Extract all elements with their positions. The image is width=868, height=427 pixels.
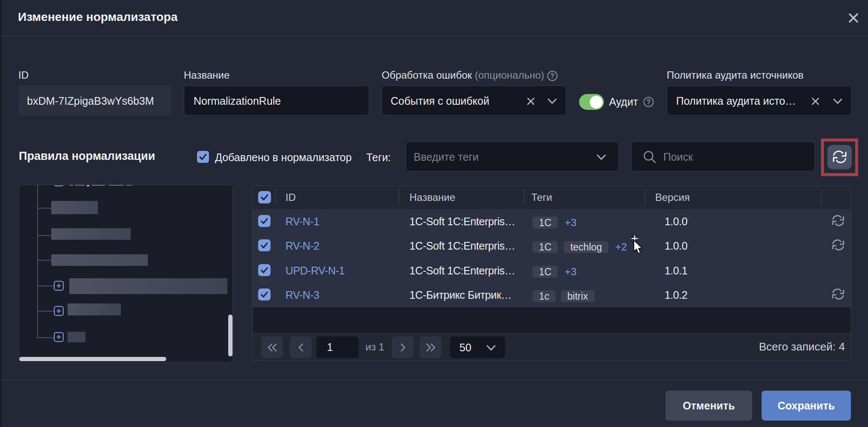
svg-text:?: ?	[550, 72, 555, 80]
svg-text:?: ?	[647, 98, 651, 106]
